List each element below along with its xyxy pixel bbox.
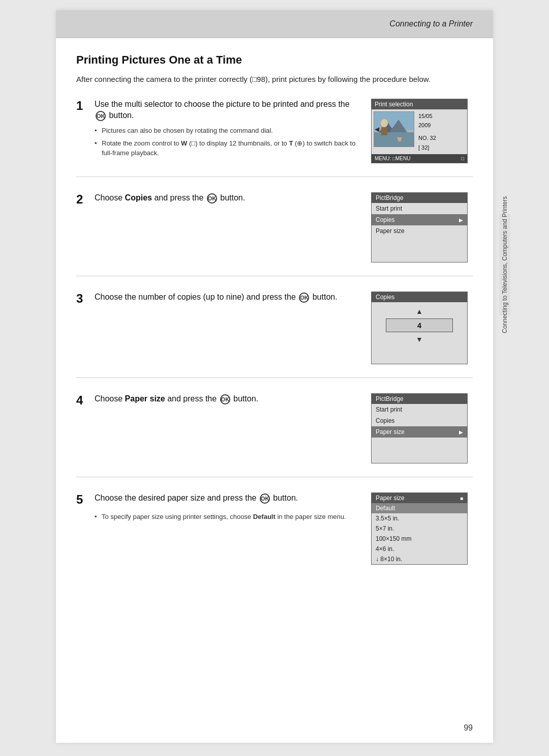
step-1-screen: Print selection ◀ bbox=[371, 99, 473, 164]
step-3-screen: Copies ▲ 4 ▼ bbox=[371, 292, 473, 364]
screen1-header: Print selection bbox=[372, 99, 467, 109]
arrow-up-icon: ▲ bbox=[376, 307, 463, 315]
ok-circle-5-icon: OK bbox=[260, 493, 270, 504]
step-3-section: 3 Choose the number of copies (up to nin… bbox=[76, 292, 473, 378]
screen2-spacer bbox=[372, 237, 467, 262]
step-5-instruction: Choose the desired paper size and press … bbox=[95, 492, 298, 504]
step-4-instruction: Choose Paper size and press the OK butto… bbox=[95, 393, 258, 404]
pictbridge-screen: PictBridge Start print Copies Paper size bbox=[371, 192, 468, 263]
screen4-paper-size-selected: Paper size bbox=[372, 426, 467, 438]
step-3-left: 3 Choose the number of copies (up to nin… bbox=[76, 292, 371, 364]
svg-rect-6 bbox=[381, 127, 387, 135]
step-1-bullet-2: Rotate the zoom control to W (□) to disp… bbox=[95, 139, 361, 158]
screen1-footer: MENU: □MENU □ bbox=[372, 154, 467, 163]
ok-circle-icon: OK bbox=[96, 111, 106, 121]
screen3-body: ▲ 4 ▼ bbox=[372, 302, 467, 348]
ok-circle-4-icon: OK bbox=[220, 394, 230, 404]
main-content: Printing Pictures One at a Time After co… bbox=[56, 38, 493, 624]
screen4-body: Start print Copies Paper size bbox=[372, 404, 467, 463]
step-1-bullet-1: Pictures can also be chosen by rotating … bbox=[95, 126, 361, 136]
screen5-body: Default 3.5×5 in. 5×7 in. 100×150 mm 4×6… bbox=[372, 503, 467, 564]
print-selection-screen: Print selection ◀ bbox=[371, 99, 468, 164]
step-3-number: 3 bbox=[76, 292, 87, 306]
step-2-number: 2 bbox=[76, 192, 87, 207]
step-5-screen: Paper size ■ Default 3.5×5 in. 5×7 in. 1… bbox=[371, 492, 473, 565]
screen5-100x150: 100×150 mm bbox=[372, 534, 467, 544]
screen1-no: NO. 32 bbox=[418, 133, 436, 143]
step-2-instruction: Choose Copies and press the OK button. bbox=[95, 192, 245, 203]
svg-rect-2 bbox=[374, 132, 414, 147]
photo-thumbnail bbox=[374, 112, 414, 147]
step-2-section: 2 Choose Copies and press the OK button.… bbox=[76, 192, 473, 276]
copies-value: 4 bbox=[386, 318, 453, 332]
step-5-section: 5 Choose the desired paper size and pres… bbox=[76, 492, 473, 578]
page-header: Connecting to a Printer bbox=[56, 10, 493, 38]
arrow-left-icon: ◀ bbox=[375, 126, 379, 133]
screen5-4x6: 4×6 in. bbox=[372, 544, 467, 554]
paper-size-screen: Paper size ■ Default 3.5×5 in. 5×7 in. 1… bbox=[371, 492, 468, 565]
step-2-screen: PictBridge Start print Copies Paper size bbox=[371, 192, 473, 263]
step-5-bullet-1: To specify paper size using printer sett… bbox=[95, 512, 361, 522]
step-2-header: 2 Choose Copies and press the OK button. bbox=[76, 192, 361, 207]
step-5-left: 5 Choose the desired paper size and pres… bbox=[76, 492, 371, 565]
step-4-screen: PictBridge Start print Copies Paper size bbox=[371, 393, 473, 463]
screen4-spacer bbox=[372, 438, 467, 463]
screen5-title: Paper size bbox=[376, 495, 405, 502]
header-title: Connecting to a Printer bbox=[389, 19, 473, 28]
screen4-copies: Copies bbox=[372, 415, 467, 426]
step-4-header: 4 Choose Paper size and press the OK but… bbox=[76, 393, 361, 408]
intro-text: After connecting the camera to the print… bbox=[76, 74, 473, 85]
arrow-down-icon: ▼ bbox=[376, 335, 463, 343]
step-4-section: 4 Choose Paper size and press the OK but… bbox=[76, 393, 473, 477]
screen1-info: 15/05 2009 NO. 32 [ 32] bbox=[414, 111, 436, 153]
step-5-bullets: To specify paper size using printer sett… bbox=[95, 512, 361, 522]
step-1-header: 1 Use the multi selector to choose the p… bbox=[76, 99, 361, 122]
screen2-copies-selected: Copies bbox=[372, 214, 467, 225]
ok-circle-2-icon: OK bbox=[207, 193, 217, 203]
screen3-spacer bbox=[372, 348, 467, 364]
sidebar-label: Connecting to Televisions, Computers and… bbox=[499, 214, 510, 315]
copies-screen: Copies ▲ 4 ▼ bbox=[371, 292, 468, 364]
screen4-start-print: Start print bbox=[372, 404, 467, 415]
ok-circle-3-icon: OK bbox=[299, 293, 309, 303]
screen4-header: PictBridge bbox=[372, 394, 467, 404]
step-4-left: 4 Choose Paper size and press the OK but… bbox=[76, 393, 371, 463]
svg-point-5 bbox=[381, 119, 388, 127]
step-4-number: 4 bbox=[76, 393, 87, 408]
screen1-body: ◀ bbox=[372, 109, 467, 155]
screen1-year: 2009 bbox=[418, 121, 436, 130]
screen5-5x7: 5×7 in. bbox=[372, 524, 467, 534]
step-3-header: 3 Choose the number of copies (up to nin… bbox=[76, 292, 361, 306]
step-1-instruction: Use the multi selector to choose the pic… bbox=[95, 99, 361, 122]
screen5-35x5: 3.5×5 in. bbox=[372, 513, 467, 524]
screen1-date: 15/05 bbox=[418, 111, 436, 121]
screen2-body: Start print Copies Paper size bbox=[372, 203, 467, 262]
step-2-left: 2 Choose Copies and press the OK button. bbox=[76, 192, 371, 263]
screen5-default: Default bbox=[372, 503, 467, 513]
step-1-bullets: Pictures can also be chosen by rotating … bbox=[95, 126, 361, 158]
step-1-left: 1 Use the multi selector to choose the p… bbox=[76, 99, 371, 164]
screen2-header: PictBridge bbox=[372, 193, 467, 203]
screen5-icon: ■ bbox=[460, 496, 463, 501]
step-3-instruction: Choose the number of copies (up to nine)… bbox=[95, 292, 338, 303]
screen5-8x10: ↓ 8×10 in. bbox=[372, 554, 467, 564]
screen5-header: Paper size ■ bbox=[372, 493, 467, 503]
page-number: 99 bbox=[464, 723, 473, 733]
step-1-number: 1 bbox=[76, 99, 87, 113]
step-5-number: 5 bbox=[76, 492, 87, 507]
screen1-image: ◀ bbox=[374, 111, 414, 147]
step-1-section: 1 Use the multi selector to choose the p… bbox=[76, 99, 473, 178]
screen3-header: Copies bbox=[372, 292, 467, 302]
pictbridge2-screen: PictBridge Start print Copies Paper size bbox=[371, 393, 468, 463]
screen1-footer-left: MENU: □MENU bbox=[375, 156, 410, 161]
step-5-header: 5 Choose the desired paper size and pres… bbox=[76, 492, 361, 507]
screen1-footer-right: □ bbox=[461, 156, 464, 161]
screen1-count: [ 32] bbox=[418, 143, 436, 153]
screen2-paper-size: Paper size bbox=[372, 225, 467, 237]
screen2-start-print: Start print bbox=[372, 203, 467, 214]
page-title: Printing Pictures One at a Time bbox=[76, 53, 473, 67]
